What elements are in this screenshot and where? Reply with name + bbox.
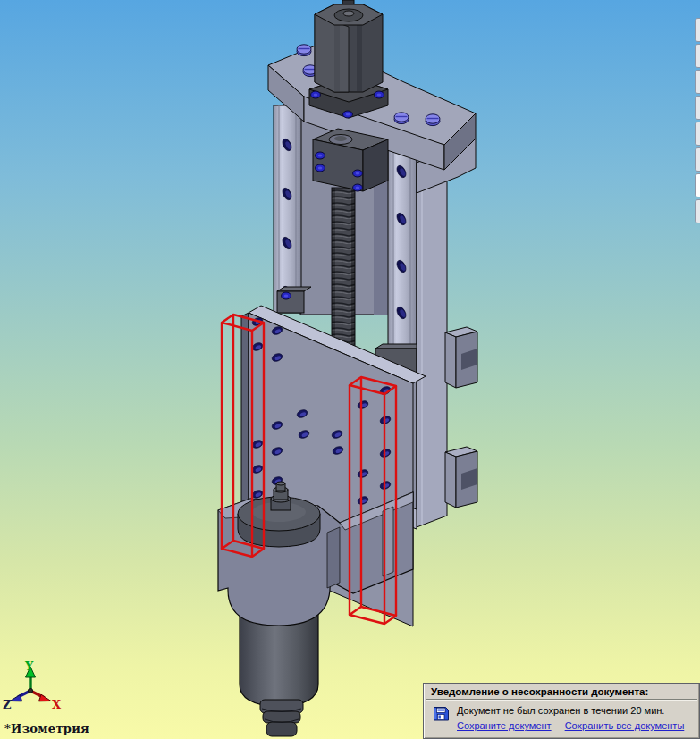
save-document-link[interactable]: Сохраните документ xyxy=(457,720,552,731)
ball-screw[interactable] xyxy=(332,188,355,350)
t-slot-block xyxy=(445,327,477,388)
docked-toolbar-button[interactable] xyxy=(695,122,700,146)
notification-message: Документ не был сохранен в течении 20 ми… xyxy=(457,705,684,716)
docked-toolbar-edge xyxy=(695,18,700,225)
axis-z-label: Z xyxy=(3,698,12,711)
docked-toolbar-button[interactable] xyxy=(695,18,700,42)
orientation-triad: Y X Z xyxy=(3,659,62,711)
bearing-block[interactable] xyxy=(313,129,388,191)
notification-title: Уведомление о несохранности документа: xyxy=(424,684,699,699)
button-screw xyxy=(297,45,311,56)
floppy-disk-icon xyxy=(433,705,450,722)
linear-rail-left[interactable] xyxy=(274,105,301,313)
unsaved-document-notification: Уведомление о несохранности документа: Д… xyxy=(423,683,700,739)
docked-toolbar-button[interactable] xyxy=(695,44,700,68)
cad-viewport[interactable]: Y X Z *Изометрия Уведомление о несохранн… xyxy=(0,0,700,739)
button-screw xyxy=(394,113,409,124)
docked-toolbar-button[interactable] xyxy=(695,96,700,120)
docked-toolbar-button[interactable] xyxy=(695,70,700,94)
stepper-motor[interactable] xyxy=(309,0,388,118)
axis-x-label: X xyxy=(52,698,62,711)
t-slot-block xyxy=(445,447,477,508)
axis-y-label: Y xyxy=(24,659,34,673)
docked-toolbar-button[interactable] xyxy=(695,147,700,172)
model-3d-view[interactable]: Y X Z xyxy=(0,0,700,739)
view-orientation-label: *Изометрия xyxy=(4,722,89,735)
save-all-documents-link[interactable]: Сохранить все документы xyxy=(565,720,685,731)
docked-toolbar-button-active[interactable] xyxy=(695,173,700,197)
button-screw xyxy=(426,114,440,126)
docked-toolbar-button[interactable] xyxy=(695,199,700,223)
collet-chuck[interactable] xyxy=(260,700,303,736)
